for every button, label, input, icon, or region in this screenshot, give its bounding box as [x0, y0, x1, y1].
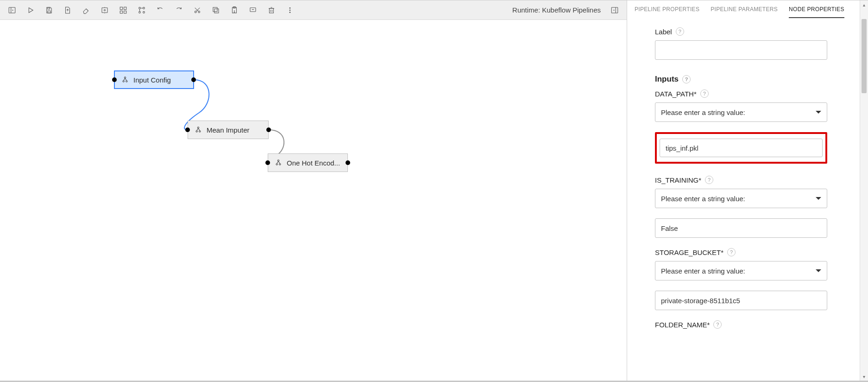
tab-node-properties[interactable]: NODE PROPERTIES [789, 6, 844, 18]
data-path-value-highlight [655, 132, 827, 164]
svg-point-48 [196, 131, 197, 132]
export-icon[interactable] [58, 0, 77, 20]
cut-icon[interactable] [188, 0, 207, 20]
component-icon [194, 125, 203, 134]
svg-point-42 [124, 77, 126, 78]
svg-point-17 [143, 11, 145, 13]
scrollbar[interactable]: ▴ ▾ [860, 0, 868, 381]
help-icon[interactable]: ? [676, 27, 684, 36]
help-icon[interactable]: ? [700, 89, 709, 98]
node-port-out[interactable] [346, 160, 350, 165]
app-root: Runtime: Kubeflow Pipelines Input Config [0, 0, 868, 382]
data-path-value-input[interactable] [660, 139, 823, 157]
is-training-value-input[interactable] [655, 218, 827, 238]
scroll-up-icon[interactable]: ▴ [860, 0, 868, 9]
open-panel-icon[interactable] [95, 0, 114, 20]
more-icon[interactable] [281, 0, 299, 20]
comment-icon[interactable] [244, 0, 262, 20]
svg-line-55 [277, 161, 278, 164]
canvas-area: Runtime: Kubeflow Pipelines Input Config [0, 0, 627, 381]
node-label: One Hot Encod... [287, 159, 340, 167]
storage-bucket-type-select[interactable]: Please enter a string value: [655, 261, 827, 280]
nodes-icon[interactable] [132, 0, 151, 20]
runtime-label: Runtime: Kubeflow Pipelines [512, 6, 605, 14]
folder-name-label: FOLDER_NAME* ? [655, 320, 827, 329]
svg-rect-12 [120, 11, 122, 13]
help-icon[interactable]: ? [682, 75, 691, 83]
scroll-down-icon[interactable]: ▾ [860, 372, 868, 381]
node-mean-imputer[interactable]: Mean Imputer [188, 121, 269, 139]
properties-tabs: PIPELINE PROPERTIES PIPELINE PARAMETERS … [627, 0, 860, 18]
chevron-down-icon [816, 111, 821, 114]
panel-toggle-right-icon[interactable] [605, 0, 624, 20]
svg-rect-40 [611, 7, 618, 13]
is-training-type-select[interactable]: Please enter a string value: [655, 189, 827, 208]
storage-bucket-value-input[interactable] [655, 291, 827, 310]
svg-point-44 [126, 81, 127, 82]
node-port-out[interactable] [191, 77, 196, 82]
svg-point-21 [198, 11, 200, 13]
svg-point-43 [123, 81, 124, 82]
svg-point-16 [139, 11, 141, 13]
node-label: Input Config [133, 76, 171, 84]
help-icon[interactable]: ? [713, 320, 722, 329]
help-icon[interactable]: ? [705, 176, 713, 184]
edges-layer [0, 20, 627, 381]
svg-line-51 [198, 128, 200, 131]
node-port-in[interactable] [265, 160, 270, 165]
help-icon[interactable]: ? [727, 248, 736, 256]
node-port-out[interactable] [266, 127, 271, 132]
label-input[interactable] [655, 40, 827, 60]
clear-icon[interactable] [77, 0, 95, 20]
svg-point-47 [197, 127, 199, 128]
svg-point-52 [277, 160, 279, 161]
svg-point-37 [289, 7, 290, 8]
svg-point-53 [276, 164, 277, 165]
is-training-label: IS_TRAINING* ? [655, 176, 827, 184]
svg-rect-6 [102, 7, 107, 13]
svg-point-49 [199, 131, 201, 132]
delete-icon[interactable] [262, 0, 281, 20]
chevron-down-icon [816, 269, 821, 272]
svg-rect-11 [124, 7, 126, 9]
svg-rect-25 [213, 7, 217, 12]
svg-rect-10 [120, 7, 122, 9]
canvas-toolbar: Runtime: Kubeflow Pipelines [0, 0, 627, 20]
panel-toggle-left-icon[interactable] [3, 0, 21, 20]
svg-point-14 [139, 7, 141, 9]
palette-icon[interactable] [114, 0, 132, 20]
svg-point-38 [289, 10, 290, 11]
node-one-hot-encoder[interactable]: One Hot Encod... [268, 153, 348, 172]
run-icon[interactable] [21, 0, 40, 20]
copy-icon[interactable] [207, 0, 225, 20]
node-port-in[interactable] [185, 127, 190, 132]
svg-line-5 [86, 9, 88, 11]
scroll-thumb[interactable] [862, 19, 867, 93]
tab-pipeline-parameters[interactable]: PIPELINE PARAMETERS [711, 6, 778, 18]
svg-point-39 [289, 12, 290, 13]
node-label: Mean Imputer [207, 126, 250, 134]
paste-icon[interactable] [225, 0, 244, 20]
tab-pipeline-properties[interactable]: PIPELINE PROPERTIES [635, 6, 699, 18]
svg-line-50 [197, 128, 198, 131]
svg-rect-0 [9, 7, 15, 13]
svg-point-15 [143, 7, 145, 9]
label-field-title: Label ? [655, 27, 827, 36]
pipeline-canvas[interactable]: Input Config Mean Imputer One Hot Encod.… [0, 20, 627, 381]
inputs-section-title: Inputs ? [655, 75, 827, 84]
svg-line-46 [125, 78, 126, 81]
undo-icon[interactable] [151, 0, 170, 20]
save-icon[interactable] [40, 0, 58, 20]
svg-point-7 [104, 9, 106, 11]
svg-rect-32 [270, 8, 274, 13]
svg-rect-3 [48, 7, 50, 9]
svg-line-56 [278, 161, 280, 164]
component-icon [120, 75, 130, 84]
data-path-label: DATA_PATH* ? [655, 89, 827, 98]
svg-point-54 [279, 164, 281, 165]
storage-bucket-label: STORAGE_BUCKET* ? [655, 248, 827, 256]
node-input-config[interactable]: Input Config [114, 70, 194, 89]
node-port-in[interactable] [112, 77, 117, 82]
data-path-type-select[interactable]: Please enter a string value: [655, 102, 827, 122]
redo-icon[interactable] [170, 0, 188, 20]
